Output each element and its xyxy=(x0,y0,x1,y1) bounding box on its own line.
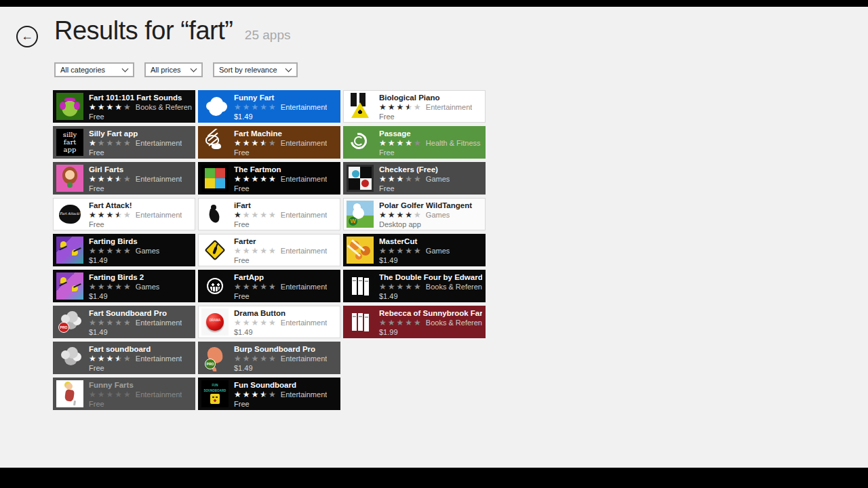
star-rating: ★★★★★ xyxy=(89,319,132,327)
app-category: Entertainment xyxy=(281,103,327,112)
star-rating: ★★★★★ xyxy=(379,319,422,327)
app-tile[interactable]: Biological Piano ★★★★★★ Entertainment Fr… xyxy=(343,90,486,123)
app-price: Free xyxy=(234,220,337,228)
app-tile[interactable]: Funny Farts ★★★★★ Entertainment Free xyxy=(53,378,195,410)
app-category: Entertainment xyxy=(281,283,327,291)
back-button[interactable]: ← xyxy=(16,26,38,47)
drama-button-icon xyxy=(201,308,229,336)
polar-golfer-icon xyxy=(347,201,374,228)
app-price: Free xyxy=(234,292,337,300)
app-price: $1.49 xyxy=(379,256,482,264)
app-tile[interactable]: Fun Soundboard ★★★★★★ Entertainment Free xyxy=(198,378,340,410)
top-letterbox-bar xyxy=(0,0,868,7)
fart-machine-icon xyxy=(201,129,229,156)
price-filter-value: All prices xyxy=(151,66,181,74)
app-title: Fart Soundboard Pro xyxy=(89,309,192,318)
price-filter-dropdown[interactable]: All prices xyxy=(144,62,203,77)
app-tile[interactable]: Farting Birds ★★★★★ Games $1.49 xyxy=(53,234,195,266)
app-tile[interactable]: Farter ★★★★★ Entertainment Free xyxy=(198,234,340,266)
star-rating: ★★★★★★ xyxy=(89,175,132,183)
app-tile[interactable]: Burp Soundboard Pro ★★★★★ Entertainment … xyxy=(198,342,340,374)
app-tile[interactable]: Girl Farts ★★★★★★ Entertainment Free xyxy=(53,162,195,195)
app-title: Burp Soundboard Pro xyxy=(234,345,337,354)
chevron-down-icon xyxy=(191,66,197,73)
app-title: Fart 101:101 Fart Sounds xyxy=(89,94,192,102)
app-tile[interactable]: Drama Button ★★★★★ Entertainment $1.49 xyxy=(198,306,340,338)
app-tile[interactable]: Fart soundboard ★★★★★★ Entertainment Fre… xyxy=(53,342,195,374)
app-tile[interactable]: MasterCut ★★★★★ Games $1.49 xyxy=(343,234,486,266)
farting-birds-2-icon xyxy=(56,272,83,300)
page-title: Results for “fart” xyxy=(54,16,233,45)
app-title: Fart Attack! xyxy=(89,201,192,210)
app-category: Entertainment xyxy=(281,139,327,148)
app-tile[interactable]: Polar Golfer WildTangent ★★★★★ Games Des… xyxy=(343,198,486,230)
bottom-letterbox-bar xyxy=(0,468,868,488)
star-rating: ★★★★★ xyxy=(234,175,277,183)
app-tile[interactable]: The Double Four by Edward Phi… ★★★★★ Boo… xyxy=(343,270,486,302)
star-rating: ★★★★★ xyxy=(89,283,132,291)
app-tile[interactable]: Rebecca of Sunnybrook Farm b… ★★★★★ Book… xyxy=(343,306,486,338)
funny-farts-icon xyxy=(56,380,83,407)
app-category: Entertainment xyxy=(136,211,182,220)
app-title: Farter xyxy=(234,237,337,246)
star-rating: ★★★★★ xyxy=(379,139,422,147)
app-price: Free xyxy=(379,148,482,157)
app-tile[interactable]: iFart ★★★★★ Entertainment Free xyxy=(198,198,340,230)
app-category: Entertainment xyxy=(136,175,182,184)
app-tile[interactable]: Farting Birds 2 ★★★★★ Games $1.49 xyxy=(53,270,195,302)
app-tile[interactable]: Passage ★★★★★ Health & Fitness Free xyxy=(343,126,486,159)
silly-fart-icon xyxy=(56,129,83,156)
category-filter-dropdown[interactable]: All categories xyxy=(54,62,134,77)
fart-soundboard-icon xyxy=(56,344,83,371)
app-tile[interactable]: Funny Fart ★★★★★ Entertainment $1.49 xyxy=(198,90,340,123)
app-price: $1.49 xyxy=(234,113,337,121)
app-category: Games xyxy=(426,175,450,184)
star-rating: ★★★★★ xyxy=(234,283,277,291)
sort-value: Sort by relevance xyxy=(219,66,277,74)
app-price: $1.49 xyxy=(89,256,192,264)
app-category: Entertainment xyxy=(281,354,327,363)
app-title: Funny Fart xyxy=(234,94,337,102)
app-tile[interactable]: Checkers (Free) ★★★★★ Games Free xyxy=(343,162,486,195)
app-title: Checkers (Free) xyxy=(379,165,482,174)
app-price: Free xyxy=(89,220,192,228)
app-category: Health & Fitness xyxy=(426,139,481,148)
app-tile[interactable]: Fart Attack! ★★★★★★ Entertainment Free xyxy=(53,198,195,230)
app-tile[interactable]: Fart Soundboard Pro ★★★★★ Entertainment … xyxy=(53,306,195,338)
star-rating: ★★★★★ xyxy=(379,283,422,291)
app-tile[interactable]: Fart 101:101 Fart Sounds ★★★★★ Books & R… xyxy=(53,90,195,123)
app-title: Farting Birds 2 xyxy=(89,273,192,282)
star-rating: ★★★★★ xyxy=(234,354,277,363)
fun-soundboard-icon xyxy=(201,380,229,407)
app-title: FartApp xyxy=(234,273,337,282)
star-rating: ★★★★★ xyxy=(379,211,422,219)
sort-dropdown[interactable]: Sort by relevance xyxy=(213,62,298,77)
app-tile[interactable]: FartApp ★★★★★ Entertainment Free xyxy=(198,270,340,302)
app-price: Free xyxy=(89,148,192,157)
app-title: Fart soundboard xyxy=(89,345,192,354)
app-tile[interactable]: Silly Fart app ★★★★★ Entertainment Free xyxy=(53,126,195,159)
passage-icon xyxy=(347,129,374,156)
app-category: Entertainment xyxy=(136,354,182,363)
app-title: Fun Soundboard xyxy=(234,381,337,390)
app-price: $1.49 xyxy=(89,328,192,336)
app-tile[interactable]: Fart Machine ★★★★★★ Entertainment Free xyxy=(198,126,340,159)
app-category: Books & Reference xyxy=(426,319,482,327)
star-rating: ★★★★★ xyxy=(234,319,277,327)
star-rating: ★★★★★ xyxy=(234,211,277,219)
app-price: Free xyxy=(379,184,482,192)
app-category: Entertainment xyxy=(281,247,327,256)
fartmon-icon xyxy=(201,165,229,192)
app-title: The Double Four by Edward Phi… xyxy=(379,273,482,282)
app-category: Entertainment xyxy=(281,319,327,327)
filter-bar: All categories All prices Sort by releva… xyxy=(54,62,298,77)
star-rating: ★★★★★ xyxy=(234,247,277,255)
checkers-icon xyxy=(347,165,374,192)
app-tile[interactable]: The Fartmon ★★★★★ Entertainment Free xyxy=(198,162,340,195)
category-filter-value: All categories xyxy=(60,66,105,74)
star-rating: ★★★★★ xyxy=(234,103,277,111)
star-rating: ★★★★★ xyxy=(89,390,132,399)
app-title: iFart xyxy=(234,201,337,210)
star-rating: ★★★★★★ xyxy=(89,354,132,363)
app-price: $1.49 xyxy=(89,292,192,300)
